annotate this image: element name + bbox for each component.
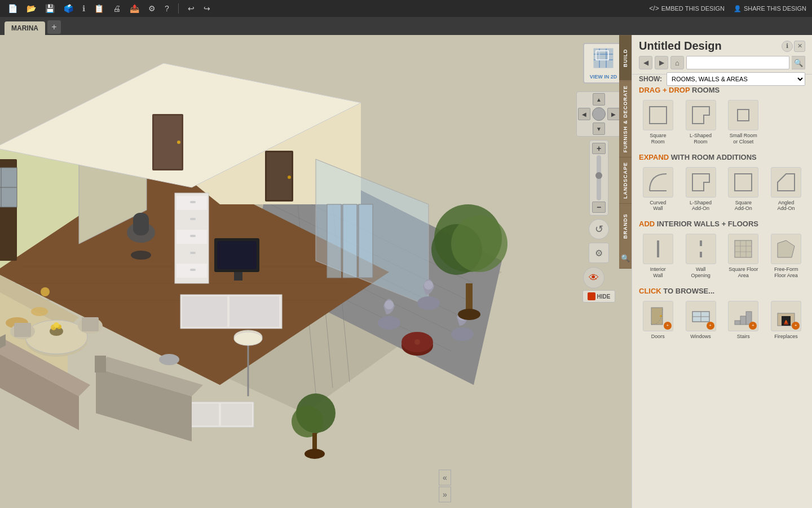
add-tab-button[interactable]: + [47,20,61,34]
square-floor-label: Square FloorArea [729,266,758,279]
item-freeform-floor[interactable]: Free-FormFloor Area [767,234,805,279]
canvas-area[interactable]: VIEW IN 2D ▲ ▼ ◀ ▶ + − ↺ [0,35,632,508]
nav-forward-button[interactable]: ▶ [655,56,668,69]
item-wall-opening[interactable]: WallOpening [682,234,720,279]
tab-furnish[interactable]: FURNISH & DECORATE [619,80,632,157]
browse-normal: TO BROWSE... [663,287,714,295]
lshaped-addon-label: L-ShapedAdd-On [690,200,712,212]
svg-rect-58 [190,252,196,254]
search-input[interactable] [686,56,789,69]
blueprint-icon [593,47,614,73]
tab-build[interactable]: BUILD [619,35,632,80]
interior-wall-icon [643,234,673,264]
view-2d-button[interactable]: VIEW IN 2D [583,43,624,84]
browse-grid: + Doors + Windows [639,301,805,340]
redo-button[interactable]: ↪ [201,3,213,14]
item-small-room[interactable]: Small Roomor Closet [725,100,763,145]
zoom-out-button[interactable]: − [592,202,606,213]
info-panel-icon[interactable]: ℹ [782,41,793,52]
topbar: 📄 📂 💾 🗳️ ℹ 📋 🖨 📤 ⚙ ? ↩ ↪ </> EMBED THIS … [0,0,812,17]
undo-button[interactable]: ↩ [186,3,197,14]
main-layout: VIEW IN 2D ▲ ▼ ◀ ▶ + − ↺ [0,35,812,508]
svg-point-79 [385,300,394,309]
drag-drop-normal: ROOMS [692,86,720,94]
lshaped-addon-icon [686,167,716,198]
wall-opening-label: WallOpening [691,266,710,279]
svg-rect-76 [182,296,227,327]
nav-right-button[interactable]: ▶ [607,108,620,120]
tab-landscape[interactable]: LANDSCAPE [619,157,632,203]
embed-button[interactable]: </> EMBED THIS DESIGN [649,5,725,12]
small-room-label: Small Roomor Closet [730,133,757,145]
svg-rect-59 [190,269,196,271]
collapse-down-button[interactable]: » [439,487,451,502]
export-icon[interactable]: 📤 [127,3,142,14]
share-button[interactable]: 👤 SHARE THIS DESIGN [734,5,806,12]
interior-header: ADD INTERIOR WALLS + FLOORS [639,220,805,228]
properties-icon[interactable]: 📋 [92,3,106,14]
item-fireplaces[interactable]: + Fireplaces [767,301,805,340]
item-lshaped-room[interactable]: L-ShapedRoom [682,100,720,145]
rotate-button[interactable]: ↺ [589,219,609,239]
save-as-icon[interactable]: 🗳️ [61,3,76,14]
close-panel-button[interactable]: ✕ [794,41,805,52]
item-angled-addon[interactable]: AngledAdd-On [767,167,805,212]
help-icon[interactable]: ? [162,3,171,14]
lshaped-room-icon [686,100,716,130]
item-windows[interactable]: + Windows [682,301,720,340]
direction-pad: ▲ ▼ ◀ ▶ [576,91,621,137]
hide-button[interactable]: HIDE [582,290,616,303]
nav-left-button[interactable]: ◀ [578,108,590,120]
item-lshaped-addon[interactable]: L-ShapedAdd-On [682,167,720,212]
tab-marina[interactable]: MARINA [5,21,45,35]
svg-point-82 [451,327,474,341]
svg-point-71 [131,251,151,260]
tab-brands[interactable]: BRANDS [619,203,632,248]
svg-point-74 [234,332,262,345]
item-stairs[interactable]: + Stairs [725,301,763,340]
zoom-in-button[interactable]: + [592,143,606,154]
open-icon[interactable]: 📂 [24,3,38,14]
item-square-addon[interactable]: SquareAdd-On [725,167,763,212]
settings-button[interactable]: ⚙ [589,243,609,263]
stairs-icon: + [728,301,758,331]
svg-point-81 [424,281,433,290]
navigation-controls: ▲ ▼ ◀ ▶ + − ↺ ⚙ 👁 [576,91,621,303]
square-room-label: SquareRoom [650,133,666,145]
item-square-floor[interactable]: Square FloorArea [725,234,763,279]
save-icon[interactable]: 💾 [43,3,57,14]
view-2d-container: VIEW IN 2D [583,43,624,84]
settings-icon[interactable]: ⚙ [146,3,158,14]
zoom-slider[interactable] [597,155,601,200]
svg-rect-134 [740,316,746,325]
zoom-controls: + − [589,140,608,216]
square-room-icon [643,100,673,130]
svg-point-100 [159,354,179,365]
curved-wall-label: CurvedWall [650,200,666,212]
new-icon[interactable]: 📄 [6,3,20,14]
print-icon[interactable]: 🖨 [111,3,123,14]
hide-x-icon [588,292,595,300]
item-curved-wall[interactable]: CurvedWall [639,167,677,212]
nav-up-button[interactable]: ▲ [593,93,605,106]
tab-search[interactable]: 🔍 [619,248,632,269]
item-square-room[interactable]: SquareRoom [639,100,677,145]
nav-down-button[interactable]: ▼ [593,122,605,135]
windows-label: Windows [690,334,711,340]
svg-rect-112 [650,107,667,124]
svg-rect-97 [188,404,219,426]
item-interior-wall[interactable]: InteriorWall [639,234,677,279]
freeform-floor-icon [771,234,801,264]
search-button[interactable]: 🔍 [792,56,805,69]
nav-home-button[interactable]: ⌂ [670,56,684,69]
collapse-up-button[interactable]: « [439,470,451,485]
svg-point-86 [414,339,420,345]
info-icon[interactable]: ℹ [80,3,87,14]
item-doors[interactable]: + Doors [639,301,677,340]
nav-back-button[interactable]: ◀ [639,56,652,69]
svg-rect-67 [343,204,357,278]
collapse-controls: « » [439,470,451,502]
svg-rect-40 [14,323,31,337]
panel-content: DRAG + DROP ROOMS SquareRoom L-ShapedRoo… [632,75,812,508]
interior-normal: INTERIOR WALLS + FLOORS [657,220,758,228]
